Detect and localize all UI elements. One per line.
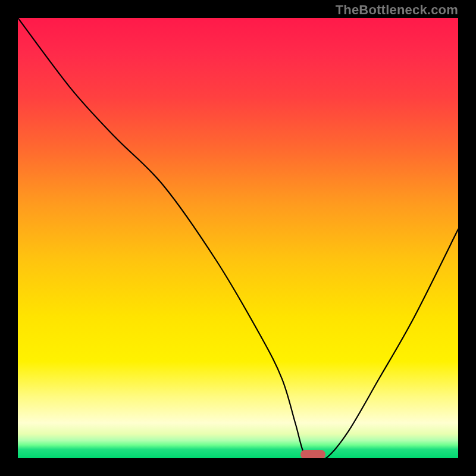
chart-frame: TheBottleneck.com [0, 0, 476, 476]
plot-area [18, 18, 458, 458]
optimum-marker [300, 450, 325, 458]
watermark-text: TheBottleneck.com [336, 2, 458, 18]
bottleneck-curve [18, 18, 458, 458]
